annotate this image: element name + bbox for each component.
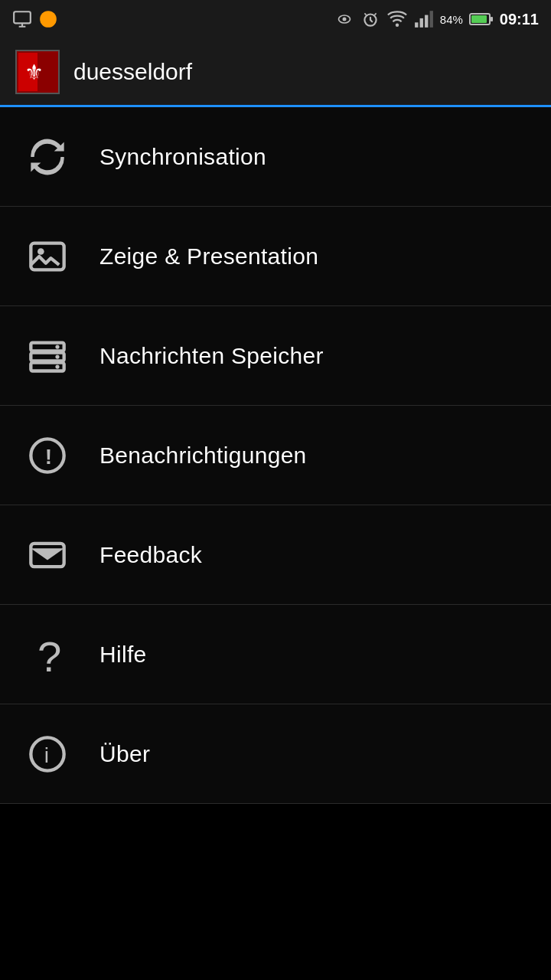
svg-text:i: i [44,743,49,766]
menu-item-feedback[interactable]: Feedback [0,505,551,605]
signal-icon [414,11,434,28]
svg-text:?: ? [37,635,61,675]
app-logo: ⚜ [15,50,60,94]
svg-rect-8 [425,15,428,28]
image-icon [23,237,72,276]
svg-text:⚜: ⚜ [24,60,44,84]
sync-icon [23,137,72,177]
svg-point-23 [55,364,59,368]
svg-point-21 [55,345,59,348]
menu-item-ueber[interactable]: iÜber [0,704,551,804]
menu-label-benachrichtigungen: Benachrichtigungen [99,443,307,469]
menu-label-feedback: Feedback [99,542,202,568]
app-bar: ⚜ duesseldorf [0,38,551,107]
mail-icon [23,535,72,575]
svg-text:!: ! [45,444,52,468]
svg-point-1 [40,11,57,28]
storage-icon [23,336,72,376]
status-bar: 84% 09:11 [0,0,551,38]
svg-rect-11 [471,15,487,23]
info-icon: i [23,734,72,774]
menu-label-ueber: Über [99,741,150,767]
app-title: duesseldorf [73,59,192,85]
circle-icon [38,9,58,29]
menu-item-zeige-presentation[interactable]: Zeige & Presentation [0,207,551,306]
svg-point-3 [342,18,346,21]
svg-point-17 [37,248,44,255]
svg-rect-0 [14,11,31,23]
svg-rect-12 [491,17,493,21]
battery-icon [469,11,494,27]
svg-rect-6 [415,22,418,28]
svg-point-22 [55,354,59,358]
menu-label-synchronisation: Synchronisation [99,144,266,170]
coat-of-arms-icon: ⚜ [18,53,57,91]
alert-icon: ! [23,436,72,475]
menu-item-nachrichten-speicher[interactable]: Nachrichten Speicher [0,306,551,406]
svg-rect-9 [429,11,432,28]
status-right-icons: 84% 09:11 [334,9,539,29]
menu-label-hilfe: Hilfe [99,642,147,668]
battery-percent: 84% [440,13,463,26]
wifi-icon [386,11,408,28]
menu-item-benachrichtigungen[interactable]: !Benachrichtigungen [0,406,551,505]
svg-rect-16 [31,243,64,270]
menu-list: SynchronisationZeige & PresentationNachr… [0,107,551,804]
menu-item-synchronisation[interactable]: Synchronisation [0,107,551,207]
alarm-icon [360,9,380,29]
status-left-icons [12,9,58,29]
status-time: 09:11 [500,11,539,28]
screenshot-icon [12,9,32,29]
svg-point-5 [396,24,399,27]
menu-label-nachrichten-speicher: Nachrichten Speicher [99,343,324,369]
help-icon: ? [23,635,72,675]
menu-label-zeige-presentation: Zeige & Presentation [99,243,318,270]
eye-icon [334,11,354,27]
svg-rect-7 [419,18,422,28]
menu-item-hilfe[interactable]: ?Hilfe [0,605,551,704]
